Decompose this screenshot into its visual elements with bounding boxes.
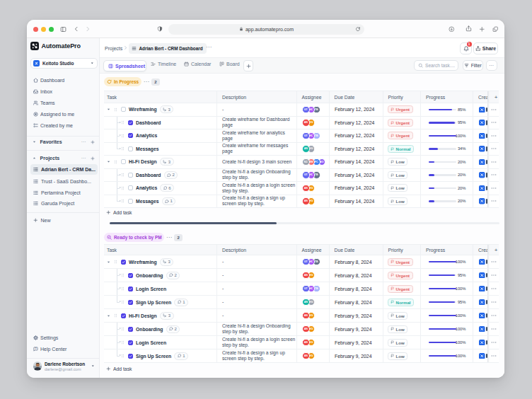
svg-text:?: ? xyxy=(35,347,36,350)
